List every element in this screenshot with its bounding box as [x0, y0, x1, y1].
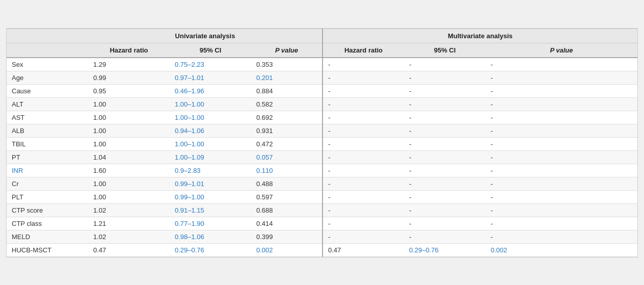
- multi-ci: -: [404, 217, 486, 230]
- uni-ci: 0.29–0.76: [170, 243, 251, 256]
- uni-ci: 0.75–2.23: [170, 58, 251, 71]
- multi-hazard-ratio: -: [323, 217, 404, 230]
- table-row: CTP score1.020.91–1.150.688---: [7, 203, 637, 217]
- row-label: Age: [7, 71, 88, 84]
- row-label: PLT: [7, 190, 88, 203]
- uni-hazard-ratio: 1.29: [88, 58, 170, 71]
- uni-hazard-ratio: 1.00: [88, 111, 170, 124]
- row-label: TBIL: [7, 137, 88, 150]
- uni-hazard-ratio: 1.21: [88, 217, 170, 230]
- multi-p-value: -: [486, 137, 637, 150]
- multi-p-value: -: [486, 203, 637, 217]
- uni-ci: 1.00–1.00: [170, 97, 251, 111]
- multi-ci: -: [404, 71, 486, 84]
- uni-ci: 1.00–1.00: [170, 111, 251, 124]
- table-row: CTP class1.210.77–1.900.414---: [7, 217, 637, 230]
- uni-p-value: 0.582: [251, 97, 323, 111]
- uni-hazard-ratio: 1.02: [88, 203, 170, 217]
- table-row: ALB1.000.94–1.060.931---: [7, 124, 637, 137]
- table-row: AST1.001.00–1.000.692---: [7, 111, 637, 124]
- uni-p-value: 0.414: [251, 217, 323, 230]
- uni-p-value: 0.692: [251, 111, 323, 124]
- table-row: MELD1.020.98–1.060.399---: [7, 230, 637, 243]
- uni-ci-header: 95% CI: [170, 43, 251, 58]
- uni-hazard-ratio: 1.00: [88, 137, 170, 150]
- analysis-table: Univariate analysis Multivariate analysi…: [6, 28, 638, 257]
- row-label: CTP score: [7, 203, 88, 217]
- multi-ci: -: [404, 190, 486, 203]
- multi-hazard-ratio: -: [323, 190, 404, 203]
- uni-hazard-ratio: 1.00: [88, 97, 170, 111]
- multi-hazard-ratio: -: [323, 97, 404, 111]
- multi-hazard-ratio: -: [323, 111, 404, 124]
- uni-ci: 0.98–1.06: [170, 230, 251, 243]
- row-label: Cause: [7, 84, 88, 97]
- table-row: HUCB-MSCT0.470.29–0.760.0020.470.29–0.76…: [7, 243, 637, 256]
- row-label: HUCB-MSCT: [7, 243, 88, 256]
- uni-p-value: 0.884: [251, 84, 323, 97]
- multi-p-value: -: [486, 164, 637, 177]
- row-label-header: [7, 43, 88, 58]
- uni-hazard-ratio: 0.95: [88, 84, 170, 97]
- uni-hazard-ratio: 1.02: [88, 230, 170, 243]
- multi-hazard-ratio: -: [323, 137, 404, 150]
- multi-hr-header: Hazard ratio: [323, 43, 404, 58]
- multi-ci: -: [404, 150, 486, 164]
- multi-ci: -: [404, 137, 486, 150]
- row-label: AST: [7, 111, 88, 124]
- row-label: ALT: [7, 97, 88, 111]
- multi-ci: -: [404, 164, 486, 177]
- table-row: ALT1.001.00–1.000.582---: [7, 97, 637, 111]
- uni-p-value: 0.057: [251, 150, 323, 164]
- multi-p-value: -: [486, 150, 637, 164]
- multi-p-value: -: [486, 230, 637, 243]
- col-header-row: Hazard ratio 95% CI P value Hazard ratio…: [7, 43, 637, 58]
- multi-hazard-ratio: -: [323, 84, 404, 97]
- uni-hazard-ratio: 1.04: [88, 150, 170, 164]
- table-row: Cause0.950.46–1.960.884---: [7, 84, 637, 97]
- uni-ci: 0.91–1.15: [170, 203, 251, 217]
- multi-ci: -: [404, 124, 486, 137]
- multi-ci: -: [404, 97, 486, 111]
- uni-p-header: P value: [251, 43, 323, 58]
- uni-hr-header: Hazard ratio: [88, 43, 170, 58]
- uni-ci: 0.99–1.00: [170, 190, 251, 203]
- multi-p-value: -: [486, 71, 637, 84]
- multi-hazard-ratio: -: [323, 230, 404, 243]
- multi-p-value: 0.002: [486, 243, 637, 256]
- multi-ci: 0.29–0.76: [404, 243, 486, 256]
- uni-hazard-ratio: 1.00: [88, 124, 170, 137]
- table-row: TBIL1.001.00–1.000.472---: [7, 137, 637, 150]
- table-body: Sex1.290.75–2.230.353---Age0.990.97–1.01…: [7, 58, 637, 257]
- multi-p-value: -: [486, 124, 637, 137]
- row-label: Cr: [7, 177, 88, 190]
- multi-p-value: -: [486, 177, 637, 190]
- multi-p-value: -: [486, 97, 637, 111]
- uni-p-value: 0.472: [251, 137, 323, 150]
- uni-hazard-ratio: 0.47: [88, 243, 170, 256]
- table-row: PT1.041.00–1.090.057---: [7, 150, 637, 164]
- uni-ci: 0.9–2.83: [170, 164, 251, 177]
- row-label: Sex: [7, 58, 88, 71]
- uni-hazard-ratio: 1.60: [88, 164, 170, 177]
- row-label: INR: [7, 164, 88, 177]
- multi-ci: -: [404, 111, 486, 124]
- uni-p-value: 0.110: [251, 164, 323, 177]
- uni-p-value: 0.931: [251, 124, 323, 137]
- multi-ci: -: [404, 58, 486, 71]
- uni-p-value: 0.353: [251, 58, 323, 71]
- multi-ci: -: [404, 230, 486, 243]
- uni-ci: 0.77–1.90: [170, 217, 251, 230]
- multi-hazard-ratio: -: [323, 58, 404, 71]
- uni-p-value: 0.399: [251, 230, 323, 243]
- group-header-row: Univariate analysis Multivariate analysi…: [7, 29, 637, 43]
- table-row: Cr1.000.99–1.010.488---: [7, 177, 637, 190]
- row-label: CTP class: [7, 217, 88, 230]
- row-label: MELD: [7, 230, 88, 243]
- table-row: PLT1.000.99–1.000.597---: [7, 190, 637, 203]
- uni-ci: 1.00–1.09: [170, 150, 251, 164]
- multi-hazard-ratio: -: [323, 164, 404, 177]
- table-row: Sex1.290.75–2.230.353---: [7, 58, 637, 71]
- multi-p-value: -: [486, 217, 637, 230]
- uni-ci: 1.00–1.00: [170, 137, 251, 150]
